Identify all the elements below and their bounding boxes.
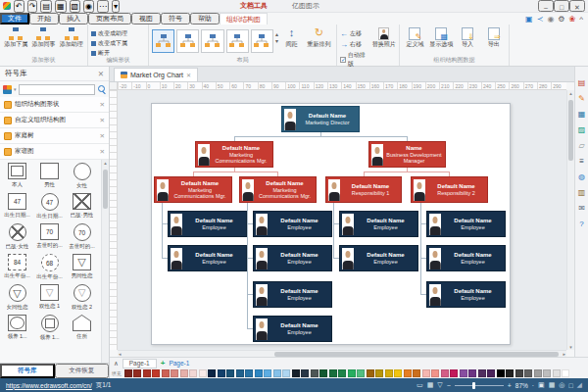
org-node[interactable]: Default Name Marketing Communications Mg… [239, 176, 317, 203]
shape-item[interactable]: 68 出生年份... [33, 251, 66, 281]
zoom-lens-icon[interactable]: ◎ [559, 381, 564, 389]
org-node[interactable]: Default Name Employee [426, 211, 506, 237]
library-section-row[interactable]: 家谱图 ✕ [0, 144, 109, 160]
layers-panel-icon[interactable]: ▱ [578, 141, 584, 150]
account-icon[interactable]: ◉ [547, 15, 554, 24]
color-swatch[interactable] [367, 369, 374, 377]
page-tab[interactable]: Page-1 [122, 359, 157, 368]
section-close-icon[interactable]: ✕ [100, 117, 105, 124]
org-node[interactable]: Default Name Employee [253, 316, 332, 342]
clipboard-panel-icon[interactable]: ▥ [578, 188, 586, 197]
tab-help[interactable]: 帮助 [190, 13, 220, 24]
layout-style-1-button[interactable] [152, 29, 174, 53]
panel-tab-file-recovery[interactable]: 文件恢复 [55, 364, 110, 378]
tab-org-chart[interactable]: 组织结构图 [220, 13, 268, 24]
color-swatch[interactable] [273, 369, 281, 377]
color-swatch[interactable] [497, 369, 505, 377]
help-panel-icon[interactable]: ? [579, 220, 583, 228]
print-icon[interactable]: ▧ [70, 0, 81, 13]
panel-close-icon[interactable]: ✕ [98, 70, 104, 78]
org-node[interactable]: Default Name Employee [253, 211, 332, 237]
more-commands-icon[interactable]: ⋯ [97, 0, 109, 13]
open-file-icon[interactable]: ▤ [40, 0, 52, 13]
color-swatch[interactable] [152, 369, 160, 377]
preview-icon[interactable]: ◉ [83, 0, 94, 13]
color-swatch[interactable] [319, 369, 327, 377]
move-down-button[interactable]: ▾ [275, 39, 278, 44]
color-swatch[interactable] [553, 369, 561, 377]
category-dropdown-icon[interactable]: ▾ [14, 86, 17, 92]
shape-item[interactable]: 双性恋 1 [33, 281, 66, 312]
color-swatch[interactable] [404, 369, 412, 377]
spacing-button[interactable]: ↕ 间距 [280, 26, 303, 47]
tab-home[interactable]: 开始 [29, 13, 59, 24]
change-to-assistant-button[interactable]: 改变成助理 [91, 29, 127, 38]
shape-item[interactable]: 已故·女性 [1, 220, 33, 251]
shape-item[interactable]: 本人 [1, 160, 33, 190]
color-swatch[interactable] [562, 369, 569, 377]
panel-scroll-thumb[interactable] [103, 170, 108, 209]
shape-item[interactable]: 已故·男性 [66, 190, 98, 220]
color-swatch[interactable] [236, 369, 244, 377]
replace-photo-button[interactable]: 替换照片 [371, 26, 396, 47]
theme-panel-icon[interactable]: ▤ [578, 78, 586, 87]
section-close-icon[interactable]: ✕ [100, 132, 105, 140]
filter-icon[interactable]: ▽ [437, 381, 442, 389]
color-swatch[interactable] [487, 369, 495, 377]
search-icon[interactable] [97, 85, 106, 94]
page-setup-icon[interactable]: ▭ [416, 381, 423, 389]
tab-view[interactable]: 视图 [131, 13, 161, 24]
color-swatch[interactable] [301, 369, 309, 377]
save-icon[interactable]: ▦ [55, 0, 67, 13]
shape-item[interactable]: 男性 [33, 160, 66, 190]
org-node[interactable]: Default Name Employee [168, 211, 247, 237]
tab-page-layout[interactable]: 页面布局 [88, 13, 131, 24]
org-node[interactable]: Name Business Development Manager [368, 141, 446, 168]
zoom-slider[interactable] [455, 385, 504, 386]
layout-style-4-button[interactable] [226, 29, 249, 53]
picture-panel-icon[interactable]: ▨ [578, 125, 586, 134]
org-node[interactable]: Default Name Employee [253, 281, 332, 308]
shape-item[interactable]: 84 出生年份... [1, 251, 33, 281]
color-swatch[interactable] [292, 369, 300, 377]
tab-file[interactable]: 文件 [0, 13, 29, 24]
shape-item[interactable]: 领养 1... [33, 312, 66, 342]
shape-item[interactable]: 70 去世时的... [33, 220, 66, 251]
notes-panel-icon[interactable]: ≡ [579, 157, 584, 166]
color-swatch[interactable] [385, 369, 393, 377]
shape-item[interactable]: 女性 [66, 160, 98, 190]
theme-flower-icon[interactable]: ❀ [569, 15, 576, 24]
shape-item[interactable]: 70 去世时的... [66, 220, 98, 251]
org-node[interactable]: Default Name Marketing Director [281, 106, 360, 132]
panel-scrollbar[interactable]: ▴ [101, 160, 109, 363]
settings-gear-icon[interactable]: ⚙ [558, 15, 564, 24]
shape-item[interactable]: 男同性恋 [66, 251, 98, 281]
tab-symbols[interactable]: 符号 [161, 13, 190, 24]
edraw-url-link[interactable]: https://www.edrawsoft.com/cn/ [6, 382, 92, 389]
color-swatch[interactable] [357, 369, 365, 377]
color-swatch[interactable] [441, 369, 449, 377]
move-right-button[interactable]: →右移 [340, 40, 369, 49]
symbol-search-input[interactable] [19, 84, 95, 95]
color-swatch[interactable] [208, 369, 216, 377]
move-left-button[interactable]: ←左移 [340, 29, 369, 38]
add-subordinate-button[interactable]: 添加下属 [3, 26, 28, 47]
color-swatch[interactable] [329, 369, 337, 377]
define-field-button[interactable]: ✎ 定义域 [403, 26, 427, 47]
shape-item[interactable]: 女同性恋 [1, 281, 33, 312]
color-swatch[interactable] [460, 369, 467, 377]
section-close-icon[interactable]: ✕ [100, 148, 105, 156]
vertical-scrollbar[interactable]: ▴▾ [566, 90, 574, 350]
color-swatch[interactable] [226, 369, 234, 377]
org-node[interactable]: Default Name Responsibility 2 [411, 176, 488, 203]
color-swatch[interactable] [431, 369, 439, 377]
color-swatch[interactable] [375, 369, 383, 377]
color-swatch[interactable] [282, 369, 290, 377]
auto-layout-checkbox[interactable] [340, 57, 346, 63]
color-swatch[interactable] [180, 369, 188, 377]
org-node[interactable]: Default Name Employee [426, 245, 506, 271]
tab-insert[interactable]: 插入 [59, 13, 88, 24]
rearrange-button[interactable]: ↻ 重新排列 [305, 26, 333, 47]
color-swatch[interactable] [162, 369, 170, 377]
reading-view-icon[interactable]: ▦ [549, 381, 556, 389]
